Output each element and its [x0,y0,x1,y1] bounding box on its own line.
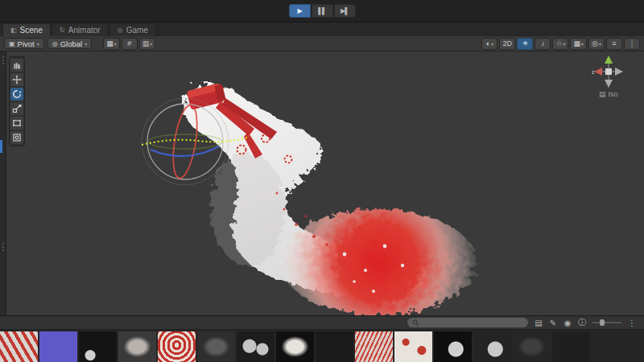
axis-y-cone[interactable] [605,56,613,64]
main-toolbar: ▶ ▌▌ ▶▌ [0,0,644,23]
asset-thumbnail[interactable] [434,331,472,362]
more-icon[interactable]: ⋮ [626,317,638,328]
chevron-down-icon: ▾ [85,41,87,47]
rotate-axis-x[interactable] [169,104,201,180]
lighting-icon[interactable]: ☀ [517,38,533,50]
asset-thumbnail[interactable] [316,331,353,362]
tab-label: Scene [20,26,43,35]
search-icon [412,319,419,327]
asset-thumbnail[interactable] [39,331,77,362]
global-dropdown[interactable]: ◍ Global ▾ [47,38,92,49]
transform-tool[interactable] [10,131,23,144]
shaded-mode-icon[interactable]: ◐ ▾ [481,38,497,50]
move-tool[interactable] [10,73,23,86]
project-search[interactable] [407,318,528,327]
pause-button[interactable]: ▌▌ [312,4,333,18]
scale-tool[interactable] [10,102,23,115]
tab-icon: ↻ [60,27,65,34]
asset-thumbnail[interactable] [355,331,393,362]
grid-view-icon[interactable]: ▤ [533,317,544,328]
thumbnail-size-slider[interactable] [592,318,621,327]
dock-handle[interactable] [2,243,4,245]
project-panel: ▤ ✎ ◉ ⓘ ⋮ [0,315,644,362]
left-dock-strip [0,51,6,315]
dock-handle[interactable] [2,56,4,58]
axis-y-neg-cone[interactable] [605,80,613,88]
asset-thumbnail[interactable] [473,331,511,362]
tab-scene[interactable]: ◧ Scene [2,23,51,36]
axis-x-neg-cone[interactable] [615,68,623,76]
tab-label: Animator [68,26,101,35]
slider-track [592,322,621,323]
chevron-down-icon: ▾ [37,41,39,47]
view-orientation-gizmo[interactable]: z ▤Iso [592,56,623,98]
slider-knob[interactable] [600,319,605,326]
axis-label: z [592,69,595,75]
rotate-axis-z[interactable] [151,146,219,156]
edit-icon[interactable]: ✎ [547,317,559,328]
grid-icon[interactable]: ▦ ▾ [570,38,587,50]
scene-toolbar: ▣ Pivot ▾ ◍ Global ▾ ▦ ▾ # ▥ ▾ [0,36,644,51]
asset-thumbnail[interactable] [118,331,156,362]
scene-view-options: ◐ ▾ 2D ☀ ♪ ☆ ▾ ▦ [481,38,640,50]
asset-thumbnail[interactable] [79,331,117,362]
hand-tool[interactable] [10,59,23,72]
snap-icon-group: ▦ ▾ # ▥ ▾ [103,38,155,50]
snap-increment-icon[interactable]: # [122,38,138,50]
asset-thumbnail[interactable] [552,331,590,362]
pivot-icon: ▣ [9,40,15,47]
tab-game[interactable]: ◎ Game [109,23,156,36]
project-toolbar-icons: ▤ ✎ ◉ ⓘ [533,317,588,328]
pivot-dropdown[interactable]: ▣ Pivot ▾ [4,38,44,49]
more-icon[interactable]: ⋮ [624,38,640,50]
gizmos-icon[interactable]: ◎ ▾ [588,38,605,50]
global-label: Global [60,39,82,48]
scene-3d-render: z ▤Iso [6,51,644,315]
asset-thumbnail[interactable] [394,331,432,362]
scene-viewport[interactable]: z ▤Iso [6,51,644,315]
iso-label[interactable]: ▤Iso [599,90,618,98]
step-button[interactable]: ▶▌ [334,4,356,18]
asset-thumbnail[interactable] [276,331,314,362]
rect-tool[interactable] [10,117,23,130]
rotate-tool[interactable] [10,88,23,101]
view-2d-icon[interactable]: 2D [499,38,515,50]
menu-icon[interactable]: ≡ [606,38,622,50]
eye-icon[interactable]: ◉ [562,317,573,328]
info-icon[interactable]: ⓘ [576,317,588,328]
scene-area: z ▤Iso [0,51,644,315]
gizmo-center-cube[interactable] [605,68,612,75]
asset-thumbnail[interactable] [237,331,275,362]
pivot-label: Pivot [18,39,35,48]
axis-x-cone[interactable] [594,68,602,76]
asset-thumbnail[interactable] [197,331,235,362]
asset-thumbnail[interactable] [513,331,551,362]
tail-red-tip [280,209,477,315]
asset-thumbnail[interactable] [0,331,38,362]
project-toolbar: ▤ ✎ ◉ ⓘ ⋮ [0,315,644,330]
fluffy-tail-model[interactable] [184,84,477,315]
tab-icon: ◎ [118,27,123,34]
tool-strip [9,56,25,146]
grid-visibility-icon[interactable]: ▦ ▾ [103,38,120,50]
playback-controls: ▶ ▌▌ ▶▌ [289,4,356,18]
tab-icon: ◧ [10,27,17,34]
selection-marker [0,140,2,153]
tab-animator[interactable]: ↻ Animator [52,23,109,36]
asset-thumbnail[interactable] [158,331,196,362]
asset-grid [0,330,644,362]
tab-label: Game [126,26,148,35]
globe-icon: ◍ [52,40,58,47]
tab-bar: ◧ Scene ↻ Animator ◎ Game [0,23,644,36]
audio-icon[interactable]: ♪ [535,38,551,50]
search-input[interactable] [423,319,523,327]
effects-icon[interactable]: ☆ ▾ [552,38,568,50]
play-button[interactable]: ▶ [289,4,311,18]
grid-snapping-icon[interactable]: ▥ ▾ [139,38,156,50]
